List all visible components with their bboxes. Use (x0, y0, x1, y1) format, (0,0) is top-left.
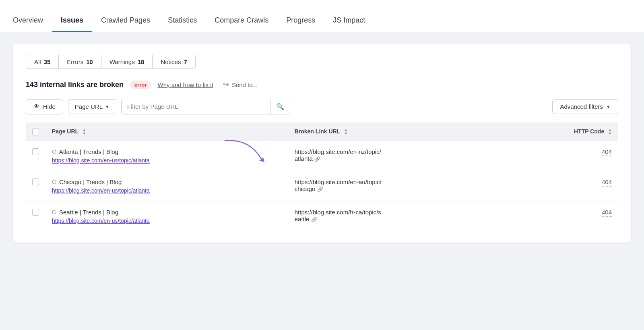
broken-link-column-header[interactable]: Broken Link URL ▲▼ (288, 122, 507, 141)
filter-tab-count: 10 (86, 58, 93, 65)
nav-item-statistics[interactable]: Statistics (159, 16, 206, 32)
send-to-icon: ↪ (223, 80, 229, 89)
external-link-icon: ⬡ (52, 179, 56, 185)
external-link-icon: ⬡ (52, 209, 56, 215)
nav-item-crawled-pages[interactable]: Crawled Pages (92, 16, 159, 32)
search-container: 🔍 (121, 99, 290, 114)
http-code-cell: 404 (507, 171, 618, 201)
select-all-header (26, 122, 45, 141)
broken-link-sort-icon: ▲▼ (344, 128, 348, 135)
filter-tab-count: 7 (184, 58, 187, 65)
chevron-down-icon-2: ▼ (606, 104, 611, 109)
filter-tab-count: 18 (138, 58, 144, 65)
send-to-label: Send to... (232, 81, 258, 88)
hide-label: Hide (43, 103, 56, 110)
http-code-value: 404 (602, 148, 612, 156)
filter-tab-label: Warnings (109, 58, 135, 65)
table-row: ⬡ Chicago | Trends | Blog https://blog.s… (26, 171, 618, 201)
issues-panel: All35Errors10Warnings18Notices7 143 inte… (13, 44, 631, 243)
page-url-link[interactable]: https://blog.site.com/en-us/topic/atlant… (52, 157, 150, 164)
http-code-cell: 404 (507, 141, 618, 171)
page-title: Chicago | Trends | Blog (59, 178, 122, 185)
page-url-cell: ⬡ Seattle | Trends | Blog https://blog.s… (45, 201, 288, 232)
page-url-link[interactable]: https://blog.site.com/en-us/topic/atlant… (52, 218, 150, 224)
http-code-value: 404 (602, 209, 612, 217)
chevron-down-icon: ▼ (105, 104, 109, 109)
http-code-value: 404 (602, 178, 612, 187)
row-checkbox-0[interactable] (32, 148, 39, 155)
http-code-sort-icon: ▲▼ (608, 128, 612, 135)
row-checkbox-2[interactable] (32, 209, 39, 216)
nav-item-js-impact[interactable]: JS Impact (324, 16, 374, 32)
row-checkbox-cell (26, 171, 45, 201)
filter-tab-warnings[interactable]: Warnings18 (101, 55, 153, 69)
broken-link-column-label: Broken Link URL (295, 128, 340, 135)
nav-item-issues[interactable]: Issues (52, 16, 92, 32)
filter-tabs: All35Errors10Warnings18Notices7 (26, 55, 618, 69)
nav-item-compare-crawls[interactable]: Compare Crawls (206, 16, 277, 32)
nav-item-overview[interactable]: Overview (13, 16, 52, 32)
filter-tab-all[interactable]: All35 (26, 55, 59, 69)
http-code-column-label: HTTP Code (574, 128, 604, 135)
select-all-checkbox[interactable] (32, 129, 39, 135)
advanced-filters-label: Advanced filters (560, 103, 603, 110)
page-title: Atlanta | Trends | Blog (59, 148, 118, 155)
http-code-column-header[interactable]: HTTP Code ▲▼ (507, 122, 618, 141)
page-url-cell: ⬡ Chicago | Trends | Blog https://blog.s… (45, 171, 288, 201)
external-link-icon: ⬡ (52, 149, 56, 155)
broken-url-cell: https://blog.site.com/en-nz/topic/atlant… (288, 141, 507, 171)
hide-button[interactable]: 👁 Hide (26, 99, 63, 114)
table-row: ⬡ Atlanta | Trends | Blog https://blog.s… (26, 141, 618, 171)
search-input[interactable] (122, 100, 270, 114)
broken-url-text: https://blog.site.com/fr-ca/topic/seattl… (295, 209, 381, 222)
issue-title: 143 internal links are broken (26, 81, 124, 89)
eye-icon: 👁 (33, 103, 40, 110)
filter-tab-label: Notices (161, 58, 181, 65)
broken-ext-link-icon: 🔗 (317, 187, 323, 192)
filter-tab-errors[interactable]: Errors10 (59, 55, 101, 69)
http-code-cell: 404 (507, 201, 618, 232)
filter-tab-label: Errors (67, 58, 83, 65)
row-checkbox-cell (26, 201, 45, 232)
error-badge: error (130, 81, 151, 89)
issue-heading: 143 internal links are broken error Why … (26, 80, 618, 89)
search-icon: 🔍 (276, 103, 284, 110)
search-button[interactable]: 🔍 (270, 99, 290, 114)
advanced-filters-button[interactable]: Advanced filters ▼ (552, 99, 618, 114)
row-checkbox-cell (26, 141, 45, 171)
page-title: Seattle | Trends | Blog (59, 209, 118, 216)
main-content: All35Errors10Warnings18Notices7 143 inte… (0, 32, 644, 254)
broken-ext-link-icon: 🔗 (314, 156, 320, 162)
filter-tab-notices[interactable]: Notices7 (153, 55, 195, 69)
top-navigation: OverviewIssuesCrawled PagesStatisticsCom… (0, 0, 644, 32)
broken-url-text: https://blog.site.com/en-nz/topic/atlant… (295, 148, 381, 162)
row-checkbox-1[interactable] (32, 178, 39, 185)
page-url-dropdown[interactable]: Page URL ▼ (68, 99, 116, 114)
page-url-link[interactable]: https://blog.site.com/en-us/topic/atlant… (52, 187, 150, 194)
broken-url-cell: https://blog.site.com/fr-ca/topic/seattl… (288, 201, 507, 232)
page-url-column-label: Page URL (52, 128, 78, 135)
issues-table: Page URL ▲▼ Broken Link URL ▲▼ HTTP Code… (26, 122, 618, 231)
svg-marker-0 (259, 158, 264, 162)
toolbar: 👁 Hide Page URL ▼ 🔍 Advanced filters ▼ (26, 99, 618, 114)
fix-link[interactable]: Why and how to fix it (157, 81, 213, 88)
page-url-sort-icon: ▲▼ (83, 128, 86, 135)
page-url-column-header[interactable]: Page URL ▲▼ (45, 122, 288, 141)
nav-item-progress[interactable]: Progress (277, 16, 324, 32)
filter-tab-count: 35 (44, 58, 51, 65)
table-header: Page URL ▲▼ Broken Link URL ▲▼ HTTP Code… (26, 122, 618, 141)
broken-url-text: https://blog.site.com/en-au/topic/chicag… (295, 178, 382, 192)
page-url-cell: ⬡ Atlanta | Trends | Blog https://blog.s… (45, 141, 288, 171)
filter-tab-label: All (34, 58, 41, 65)
broken-ext-link-icon: 🔗 (311, 217, 317, 222)
table-body: ⬡ Atlanta | Trends | Blog https://blog.s… (26, 141, 618, 231)
table-row: ⬡ Seattle | Trends | Blog https://blog.s… (26, 201, 618, 232)
broken-url-cell: https://blog.site.com/en-au/topic/chicag… (288, 171, 507, 201)
send-to-button[interactable]: ↪ Send to... (223, 80, 258, 89)
page-url-dropdown-label: Page URL (75, 103, 103, 110)
